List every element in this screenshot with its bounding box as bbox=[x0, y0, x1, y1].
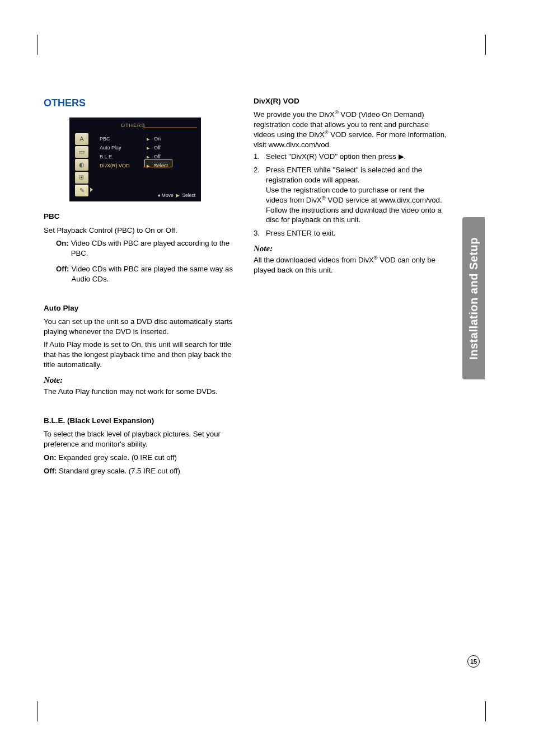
heading-pbc: PBC bbox=[44, 212, 237, 222]
pbc-off: Off: Video CDs with PBC are played the s… bbox=[44, 264, 237, 284]
divx-steps: Select "DivX(R) VOD" option then press ▶… bbox=[254, 152, 447, 238]
option-on-text: Expanded grey scale. (0 IRE cut off) bbox=[58, 453, 177, 462]
divx-step-1: Select "DivX(R) VOD" option then press ▶… bbox=[254, 152, 447, 162]
right-column: DivX(R) VOD We provide you the DivX® VOD… bbox=[254, 96, 447, 478]
divx-step-2: Press ENTER while "Select" is selected a… bbox=[254, 165, 447, 225]
divx-step-2a: Press ENTER while "Select" is selected a… bbox=[266, 166, 422, 184]
option-off-text: Standard grey scale. (7.5 IRE cut off) bbox=[59, 467, 180, 475]
ble-on: On: Expanded grey scale. (0 IRE cut off) bbox=[44, 453, 237, 463]
left-column: OTHERS OTHERS A ▭ ◐ ⛨ ✎ PBC▶On Auto Play… bbox=[44, 96, 237, 478]
osd-footer-select: Select bbox=[182, 192, 195, 198]
pbc-options: On: Video CDs with PBC are played accord… bbox=[44, 238, 237, 284]
osd-footer-move: Move bbox=[162, 192, 174, 198]
divx-note-a: All the downloaded videos from DivX bbox=[254, 256, 374, 264]
option-off-text: Video CDs with PBC are played the same w… bbox=[71, 264, 237, 284]
crop-mark bbox=[485, 35, 493, 55]
heading-autoplay: Auto Play bbox=[44, 303, 237, 313]
content: OTHERS OTHERS A ▭ ◐ ⛨ ✎ PBC▶On Auto Play… bbox=[44, 96, 447, 478]
section-heading-others: OTHERS bbox=[44, 96, 237, 110]
osd-arrow-icon bbox=[90, 187, 93, 192]
page-number-text: 15 bbox=[470, 658, 477, 665]
page: Installation and Setup 15 OTHERS OTHERS … bbox=[0, 0, 534, 756]
osd-row-label: Auto Play bbox=[100, 144, 143, 151]
osd-row: Auto Play▶Off bbox=[100, 143, 195, 152]
heading-ble: B.L.E. (Black Level Expansion) bbox=[44, 416, 237, 426]
registered-mark: ® bbox=[325, 129, 329, 135]
divx-intro-a: We provide you the DivX bbox=[254, 110, 335, 119]
osd-footer: ♦ Move ▶ Select bbox=[158, 192, 195, 199]
osd-highlight-box bbox=[144, 159, 172, 167]
osd-triangle-icon: ▶ bbox=[176, 192, 180, 198]
pbc-on: On: Video CDs with PBC are played accord… bbox=[44, 238, 237, 259]
divx-note: All the downloaded videos from DivX® VOD… bbox=[254, 255, 447, 275]
registered-mark: ® bbox=[374, 255, 378, 261]
autoplay-note: The Auto Play function may not work for … bbox=[44, 387, 237, 397]
osd-row-label: PBC bbox=[100, 135, 143, 142]
osd-updown-icon: ♦ bbox=[158, 192, 160, 198]
osd-icon-language: A bbox=[75, 133, 88, 145]
osd-triangle-icon: ▶ bbox=[147, 154, 149, 159]
autoplay-p1: You can set up the unit so a DVD disc au… bbox=[44, 317, 237, 337]
page-number: 15 bbox=[467, 655, 480, 668]
osd-screenshot: OTHERS A ▭ ◐ ⛨ ✎ PBC▶On Auto Play▶Off B.… bbox=[69, 118, 201, 201]
osd-row-label: B.L.E. bbox=[100, 153, 143, 160]
osd-icon-column: A ▭ ◐ ⛨ ✎ bbox=[75, 133, 88, 198]
osd-icon-display: ▭ bbox=[75, 146, 88, 158]
osd-title-line bbox=[143, 128, 197, 128]
ble-intro: To select the black level of playback pi… bbox=[44, 429, 237, 449]
option-on-label: On: bbox=[44, 453, 57, 462]
osd-triangle-icon: ▶ bbox=[147, 145, 149, 151]
osd-row: PBC▶On bbox=[100, 134, 195, 143]
note-label: Note: bbox=[44, 374, 237, 386]
option-on-label: On: bbox=[56, 238, 69, 259]
crop-mark bbox=[30, 701, 38, 721]
osd-row-value: On bbox=[154, 135, 161, 142]
divx-step-3: Press ENTER to exit. bbox=[254, 228, 447, 238]
divx-intro: We provide you the DivX® VOD (Video On D… bbox=[254, 110, 447, 149]
option-on-text: Video CDs with PBC are played according … bbox=[71, 238, 237, 259]
option-off-label: Off: bbox=[56, 264, 69, 284]
option-off-label: Off: bbox=[44, 467, 57, 475]
osd-row-label: DivX(R) VOD bbox=[100, 162, 143, 169]
osd-icon-lock: ⛨ bbox=[75, 172, 88, 184]
section-tab: Installation and Setup bbox=[462, 217, 485, 379]
osd-icon-others: ✎ bbox=[75, 185, 88, 196]
crop-mark bbox=[30, 35, 38, 55]
heading-divx: DivX(R) VOD bbox=[254, 96, 447, 106]
osd-triangle-icon: ▶ bbox=[147, 137, 149, 142]
registered-mark: ® bbox=[335, 110, 339, 115]
osd-title: OTHERS bbox=[121, 122, 146, 129]
autoplay-p2: If Auto Play mode is set to On, this uni… bbox=[44, 340, 237, 369]
crop-mark bbox=[485, 701, 493, 721]
osd-icon-audio: ◐ bbox=[75, 159, 88, 171]
note-label: Note: bbox=[254, 243, 447, 254]
osd-row-value: Off bbox=[154, 144, 161, 151]
ble-off: Off: Standard grey scale. (7.5 IRE cut o… bbox=[44, 466, 237, 476]
pbc-intro: Set Playback Control (PBC) to On or Off. bbox=[44, 226, 237, 236]
section-tab-label: Installation and Setup bbox=[467, 237, 480, 360]
